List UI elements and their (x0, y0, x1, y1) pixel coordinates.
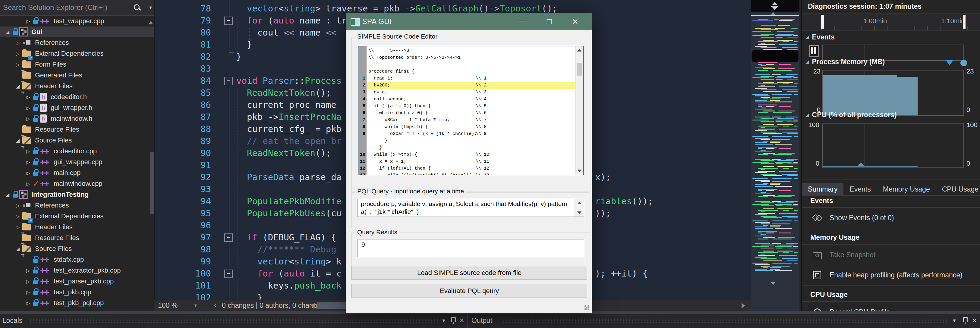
spinner-down-icon[interactable] (577, 211, 581, 214)
chevron-collapsed-icon[interactable]: ▷ (24, 300, 33, 306)
tree-item-references[interactable]: ▷References (0, 37, 154, 48)
tree-item-test-pkb-pql-cpp[interactable]: ▷test_pkb_pql.cpp (0, 298, 154, 308)
tree-item-test-pkb-cpp[interactable]: ▷test_pkb.cpp (0, 287, 154, 298)
collapse-icon[interactable]: ◢ (805, 59, 809, 64)
action-enable-heap-profiling-affects-performance[interactable]: Enable heap profiling (affects performan… (802, 265, 980, 285)
tree-item-header-files[interactable]: ▷Header Files (0, 222, 154, 233)
timeline-start-marker[interactable] (821, 15, 824, 29)
tab-memory-usage[interactable]: Memory Usage (877, 183, 936, 195)
tab-cpu-usage[interactable]: CPU Usage (936, 183, 980, 195)
pql-query-input[interactable]: procedure p; variable v; assign a; Selec… (358, 199, 584, 217)
chevron-collapsed-icon[interactable]: ▷ (13, 214, 22, 219)
resize-grip[interactable] (584, 306, 589, 310)
chevron-collapsed-icon[interactable]: ▷ (24, 268, 33, 274)
tree-item-form-files[interactable]: ▷Form Files (0, 59, 154, 70)
chevron-collapsed-icon[interactable]: ▷ (13, 224, 22, 230)
chevron-collapsed-icon[interactable]: ▷ (13, 51, 22, 57)
minimize-button[interactable]: — (513, 13, 530, 30)
tree-item-gui-wrapper-cpp[interactable]: ▷gui_wrapper.cpp (0, 157, 154, 168)
chevron-collapsed-icon[interactable]: ▷ (24, 170, 33, 176)
events-section-header[interactable]: ◢Events (805, 33, 835, 41)
chevron-collapsed-icon[interactable]: ▷ (24, 181, 33, 187)
tree-item-external-dependencies[interactable]: ▷↗External Dependencies (0, 211, 154, 222)
fold-minus-icon[interactable]: − (224, 17, 233, 25)
tree-item-references[interactable]: ▷References (0, 200, 154, 211)
hscroll-thumb[interactable] (317, 303, 347, 309)
changes-info[interactable]: 0 changes | 0 authors, 0 changes (222, 300, 325, 311)
diagnostics-timeline[interactable]: 1:00min 1:10min (802, 13, 980, 31)
action-take-snapshot[interactable]: Take Snapshot (802, 244, 980, 265)
timeline-end-marker[interactable] (963, 15, 966, 29)
collapse-icon[interactable]: ◢ (805, 34, 809, 40)
chevron-collapsed-icon[interactable]: ▷ (13, 40, 22, 46)
locals-chevron-icon[interactable]: ▼ (441, 314, 446, 327)
fold-minus-icon[interactable]: − (224, 269, 233, 278)
query-results-box[interactable]: 9 (358, 239, 584, 257)
output-pin-icon[interactable] (962, 317, 968, 325)
fold-minus-icon[interactable]: − (224, 77, 233, 85)
chevron-collapsed-icon[interactable]: ▷ (24, 149, 33, 154)
tree-item-external-dependencies[interactable]: ▷↗External Dependencies (0, 48, 154, 59)
chevron-collapsed-icon[interactable]: ▷ (24, 116, 33, 122)
chevron-collapsed-icon[interactable]: ▷ (24, 279, 33, 284)
memory-section-header[interactable]: ◢Process Memory (MB) (805, 58, 885, 66)
action-record-cpu-profile[interactable]: Record CPU Profile (802, 302, 980, 311)
close-button[interactable]: × (566, 13, 584, 30)
tree-item-test-wrapper-cpp[interactable]: ▷test_wrapper.cpp (0, 16, 154, 27)
search-options-chevron-icon[interactable]: ▾ (149, 0, 152, 15)
chevron-expanded-icon[interactable]: ◢ (3, 192, 12, 198)
solution-search-bar[interactable]: Search Solution Explorer (Ctrl+;) ▾ (0, 0, 154, 16)
tree-item-test-parser-pkb-cpp[interactable]: ▷test_parser_pkb.cpp (0, 276, 154, 287)
spinner-up-icon[interactable] (577, 202, 581, 204)
tree-item-gui[interactable]: ◢Gui (0, 27, 154, 37)
minimap-up-icon[interactable] (770, 10, 776, 16)
output-chevron-icon[interactable]: ▼ (952, 314, 957, 327)
chevron-expanded-icon[interactable]: ◢ (3, 29, 12, 35)
search-icon[interactable] (133, 4, 141, 11)
scrollbar-up-icon[interactable] (148, 19, 153, 24)
tree-item-mainwindow-h[interactable]: ▷mainwindow.h (0, 113, 154, 124)
evaluate-pql-button[interactable]: Evaluate PQL qeury (352, 284, 587, 298)
split-window-icon[interactable] (770, 2, 779, 10)
action-show-events-0-of-0[interactable]: Show Events (0 of 0) (802, 208, 980, 228)
scroll-thumb[interactable] (577, 63, 582, 76)
tree-item-resource-files[interactable]: Resource Files (0, 124, 154, 135)
filter-icon[interactable] (946, 60, 953, 65)
minimap-viewport[interactable] (751, 50, 799, 62)
locals-close-icon[interactable]: × (460, 314, 464, 327)
scroll-up-icon[interactable] (577, 49, 581, 52)
zoom-chevron-icon[interactable]: ▼ (194, 300, 198, 311)
tree-item-mainwindow-cpp[interactable]: ▷mainwindow.cpp (0, 178, 154, 189)
hscroll-left-icon[interactable] (311, 303, 315, 308)
collapse-icon[interactable]: ◢ (805, 112, 809, 117)
locals-panel-tab[interactable]: Locals (2, 314, 22, 327)
chevron-collapsed-icon[interactable]: ▷ (24, 105, 33, 111)
pql-query-spinner[interactable] (574, 199, 584, 217)
minimap-down-icon[interactable] (770, 282, 776, 288)
chevron-collapsed-icon[interactable]: ▷ (24, 18, 33, 24)
tree-item-gui-wrapper-h[interactable]: ▷gui_wrapper.h (0, 102, 154, 113)
chevron-collapsed-icon[interactable]: ▷ (24, 159, 33, 165)
explorer-scrollbar-thumb[interactable] (150, 152, 154, 214)
tree-item-test-extractor-pkb-cpp[interactable]: ▷test_extractor_pkb.cpp (0, 265, 154, 276)
maximize-button[interactable]: □ (541, 13, 558, 30)
scroll-down-icon[interactable] (577, 170, 581, 172)
simple-source-editor[interactable]: \\ 5---->3\\ Toposorted order: 3->5->2->… (358, 46, 584, 175)
zoom-level[interactable]: 100 % (158, 300, 178, 311)
chevron-collapsed-icon[interactable]: ▷ (24, 94, 33, 100)
simple-editor-scrollbar[interactable] (575, 46, 583, 175)
solution-search-input[interactable]: Search Solution Explorer (Ctrl+;) (3, 0, 107, 15)
chevron-expanded-icon[interactable]: ◢ (13, 138, 22, 143)
codelens-chevron-icon[interactable]: ‹ (214, 300, 217, 310)
chevron-collapsed-icon[interactable]: ▷ (13, 62, 22, 68)
chevron-expanded-icon[interactable]: ◢ (13, 246, 22, 252)
output-close-icon[interactable]: × (972, 314, 977, 327)
tree-item-main-cpp[interactable]: ▷main.cpp (0, 168, 154, 178)
tab-events[interactable]: Events (843, 183, 877, 195)
tree-item-integrationtesting[interactable]: ◢IntegrationTesting (0, 189, 154, 200)
chevron-expanded-icon[interactable]: ◢ (13, 84, 22, 89)
chevron-collapsed-icon[interactable]: ▷ (13, 203, 22, 208)
chevron-collapsed-icon[interactable]: ▷ (24, 290, 33, 295)
locals-pin-icon[interactable] (450, 317, 457, 325)
fold-minus-icon[interactable]: − (224, 233, 233, 242)
